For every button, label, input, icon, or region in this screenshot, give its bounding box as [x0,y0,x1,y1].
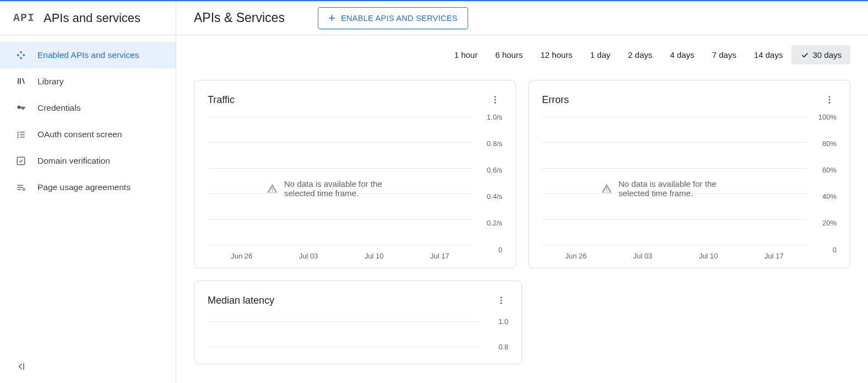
errors-chart: 100% 80% 60% 40% 20% 0 Jun 26 Jul 03 Jul… [542,117,837,260]
xtick: Jun 26 [231,252,252,260]
agreements-icon [15,182,26,193]
sidebar-item-label: OAuth consent screen [37,130,122,139]
svg-point-10 [501,303,502,304]
sidebar-item-domain-verification[interactable]: Domain verification [0,148,176,174]
ytick: 0.8/s [475,139,502,148]
more-vert-icon [496,295,506,305]
consent-icon [15,129,26,140]
svg-point-6 [829,99,831,101]
ytick: 1.0 [481,317,508,326]
check-square-icon [15,155,26,166]
errors-title: Errors [542,94,569,106]
latency-title: Median latency [208,295,274,306]
errors-card: Errors 10 [528,80,850,268]
collapse-sidebar-button[interactable] [15,361,26,372]
sidebar-nav: Enabled APIs and services Library Creden… [0,35,176,352]
xtick: Jul 10 [365,252,384,260]
traffic-title: Traffic [208,94,235,106]
svg-point-5 [829,96,831,98]
traffic-more-button[interactable] [488,93,502,107]
sidebar-item-label: Library [37,77,63,87]
ytick: 0.2/s [475,219,502,227]
latency-more-button[interactable] [494,293,508,308]
traffic-card: Traffic 1 [194,80,516,268]
sidebar-header: API APIs and services [0,1,176,35]
sidebar-item-library[interactable]: Library [0,68,176,95]
timerange-4-days[interactable]: 4 days [661,45,703,64]
check-icon [800,51,809,60]
enable-apis-label: ENABLE APIS AND SERVICES [341,14,458,23]
api-logo: API [13,12,35,24]
ytick: 100% [809,113,837,121]
more-vert-icon [490,95,500,105]
timerange-selector: 1 hour 6 hours 12 hours 1 day 2 days 4 d… [194,45,850,64]
timerange-14-days[interactable]: 14 days [745,45,792,64]
xtick: Jul 03 [299,252,318,260]
sidebar-item-credentials[interactable]: Credentials [0,95,176,121]
sidebar-item-label: Domain verification [37,156,110,166]
timerange-2-days[interactable]: 2 days [619,45,661,64]
svg-rect-0 [17,157,25,165]
ytick: 0 [809,245,837,253]
svg-point-7 [829,102,831,104]
timerange-1-hour[interactable]: 1 hour [446,45,487,64]
timerange-1-day[interactable]: 1 day [582,45,620,64]
sidebar: API APIs and services Enabled APIs and s… [0,1,176,383]
library-icon [15,76,26,87]
nodata-text: No data is available for the selected ti… [284,179,414,198]
key-icon [15,103,26,114]
ytick: 20% [809,219,837,227]
sidebar-item-label: Page usage agreements [37,182,131,192]
ytick: 0 [475,245,502,253]
traffic-chart: 1.0/s 0.8/s 0.6/s 0.4/s 0.2/s 0 Jun 26 J… [208,117,502,260]
svg-point-9 [501,300,502,301]
ytick: 0.8 [481,342,508,350]
more-vert-icon [824,95,834,105]
ytick: 1.0/s [475,113,502,121]
timerange-7-days[interactable]: 7 days [703,45,745,64]
errors-more-button[interactable] [822,93,837,107]
svg-point-2 [495,96,496,98]
timerange-30-days[interactable]: 30 days [791,45,850,64]
content: 1 hour 6 hours 12 hours 1 day 2 days 4 d… [176,35,868,383]
svg-point-1 [23,188,25,190]
ytick: 0.4/s [475,192,502,201]
xtick: Jul 10 [699,252,718,260]
svg-point-3 [495,99,496,101]
sidebar-title: APIs and services [44,11,140,25]
sidebar-item-enabled-apis[interactable]: Enabled APIs and services [0,42,176,68]
sidebar-item-label: Enabled APIs and services [37,50,139,60]
xtick: Jul 17 [764,252,784,260]
sidebar-item-label: Credentials [37,103,80,113]
enable-apis-button[interactable]: + ENABLE APIS AND SERVICES [318,7,468,29]
sidebar-item-oauth-consent[interactable]: OAuth consent screen [0,121,176,148]
xaxis: Jun 26 Jul 03 Jul 10 Jul 17 [208,252,473,260]
diamond-icon [15,50,26,61]
main-header: APIs & Services + ENABLE APIS AND SERVIC… [176,1,868,35]
xtick: Jun 26 [565,252,587,260]
timerange-label: 30 days [812,50,842,60]
errors-nodata: No data is available for the selected ti… [601,179,748,198]
xtick: Jul 17 [430,252,449,260]
ytick: 60% [809,166,837,174]
svg-point-8 [501,296,502,298]
ytick: 0.6/s [475,166,502,174]
svg-point-4 [495,102,496,104]
page-title: APIs & Services [194,10,285,25]
nodata-text: No data is available for the selected ti… [619,179,748,198]
xtick: Jul 03 [633,252,653,260]
ytick: 40% [809,192,837,201]
warning-icon [267,183,278,194]
sidebar-item-page-usage-agreements[interactable]: Page usage agreements [0,174,176,201]
ytick: 80% [809,139,837,148]
latency-card: Median latency 1.0 0.8 [194,280,522,364]
warning-icon [601,183,612,194]
timerange-12-hours[interactable]: 12 hours [531,45,581,64]
plus-icon: + [328,12,335,24]
traffic-nodata: No data is available for the selected ti… [267,179,414,198]
xaxis: Jun 26 Jul 03 Jul 10 Jul 17 [542,252,807,260]
main: APIs & Services + ENABLE APIS AND SERVIC… [176,1,868,383]
timerange-6-hours[interactable]: 6 hours [486,45,531,64]
latency-chart: 1.0 0.8 [208,317,508,356]
